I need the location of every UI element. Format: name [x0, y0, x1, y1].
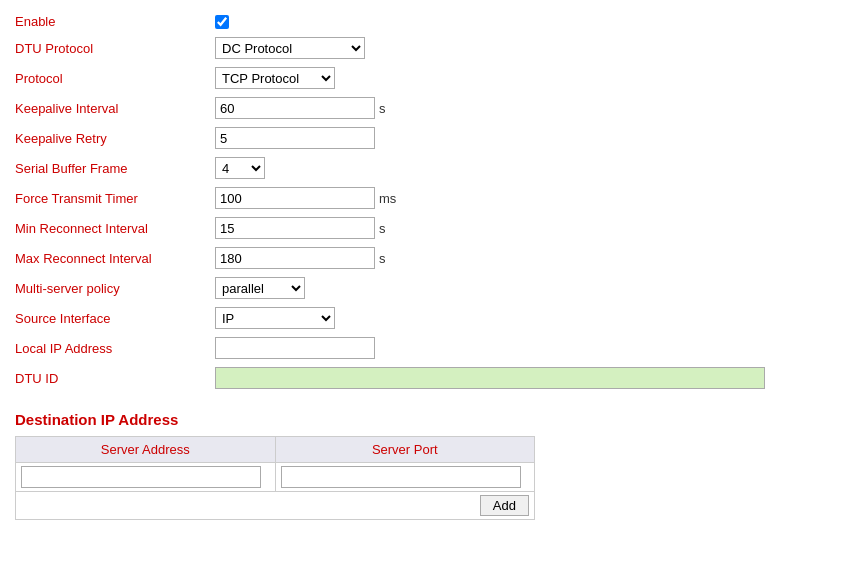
server-port-input[interactable] — [281, 466, 521, 488]
dtu-protocol-row: DTU Protocol DC Protocol TCP Protocol UD… — [15, 33, 831, 63]
local-ip-control — [215, 337, 375, 359]
protocol-control: TCP Protocol UDP Protocol — [215, 67, 335, 89]
min-reconnect-row: Min Reconnect Interval s — [15, 213, 831, 243]
min-reconnect-input[interactable] — [215, 217, 375, 239]
dtu-id-label: DTU ID — [15, 371, 215, 386]
dtu-id-control — [215, 367, 765, 389]
protocol-row: Protocol TCP Protocol UDP Protocol — [15, 63, 831, 93]
force-transmit-control: ms — [215, 187, 396, 209]
dtu-id-input[interactable] — [215, 367, 765, 389]
min-reconnect-label: Min Reconnect Interval — [15, 221, 215, 236]
enable-control — [215, 15, 229, 29]
local-ip-label: Local IP Address — [15, 341, 215, 356]
multiserver-control: parallel sequential — [215, 277, 305, 299]
max-reconnect-row: Max Reconnect Interval s — [15, 243, 831, 273]
max-reconnect-unit: s — [379, 251, 386, 266]
source-interface-select[interactable]: IP eth0 eth1 — [215, 307, 335, 329]
dtu-protocol-select[interactable]: DC Protocol TCP Protocol UDP Protocol — [215, 37, 365, 59]
destination-table: Server Address Server Port Add — [15, 436, 535, 520]
multiserver-row: Multi-server policy parallel sequential — [15, 273, 831, 303]
keepalive-retry-label: Keepalive Retry — [15, 131, 215, 146]
keepalive-interval-row: Keepalive Interval s — [15, 93, 831, 123]
keepalive-interval-label: Keepalive Interval — [15, 101, 215, 116]
max-reconnect-control: s — [215, 247, 386, 269]
serial-buffer-control: 1 2 3 4 5 6 7 8 — [215, 157, 265, 179]
col-server-port: Server Port — [275, 437, 535, 463]
local-ip-input[interactable] — [215, 337, 375, 359]
serial-buffer-select[interactable]: 1 2 3 4 5 6 7 8 — [215, 157, 265, 179]
max-reconnect-label: Max Reconnect Interval — [15, 251, 215, 266]
max-reconnect-input[interactable] — [215, 247, 375, 269]
dtu-protocol-control: DC Protocol TCP Protocol UDP Protocol — [215, 37, 365, 59]
keepalive-retry-control — [215, 127, 375, 149]
protocol-label: Protocol — [15, 71, 215, 86]
source-interface-control: IP eth0 eth1 — [215, 307, 335, 329]
server-address-input[interactable] — [21, 466, 261, 488]
serial-buffer-label: Serial Buffer Frame — [15, 161, 215, 176]
min-reconnect-control: s — [215, 217, 386, 239]
enable-label: Enable — [15, 14, 215, 29]
add-cell: Add — [16, 492, 535, 520]
keepalive-interval-control: s — [215, 97, 386, 119]
multiserver-label: Multi-server policy — [15, 281, 215, 296]
min-reconnect-unit: s — [379, 221, 386, 236]
source-interface-label: Source Interface — [15, 311, 215, 326]
multiserver-select[interactable]: parallel sequential — [215, 277, 305, 299]
enable-row: Enable — [15, 10, 831, 33]
server-address-cell — [16, 463, 276, 492]
keepalive-interval-input[interactable] — [215, 97, 375, 119]
force-transmit-input[interactable] — [215, 187, 375, 209]
force-transmit-unit: ms — [379, 191, 396, 206]
local-ip-row: Local IP Address — [15, 333, 831, 363]
keepalive-interval-unit: s — [379, 101, 386, 116]
add-button[interactable]: Add — [480, 495, 529, 516]
keepalive-retry-row: Keepalive Retry — [15, 123, 831, 153]
dtu-protocol-label: DTU Protocol — [15, 41, 215, 56]
force-transmit-row: Force Transmit Timer ms — [15, 183, 831, 213]
keepalive-retry-input[interactable] — [215, 127, 375, 149]
destination-section-title: Destination IP Address — [15, 411, 831, 428]
source-interface-row: Source Interface IP eth0 eth1 — [15, 303, 831, 333]
serial-buffer-row: Serial Buffer Frame 1 2 3 4 5 6 7 8 — [15, 153, 831, 183]
destination-row — [16, 463, 535, 492]
server-port-cell — [275, 463, 535, 492]
dtu-id-row: DTU ID — [15, 363, 831, 393]
force-transmit-label: Force Transmit Timer — [15, 191, 215, 206]
enable-checkbox[interactable] — [215, 15, 229, 29]
protocol-select[interactable]: TCP Protocol UDP Protocol — [215, 67, 335, 89]
col-server-address: Server Address — [16, 437, 276, 463]
add-row: Add — [16, 492, 535, 520]
